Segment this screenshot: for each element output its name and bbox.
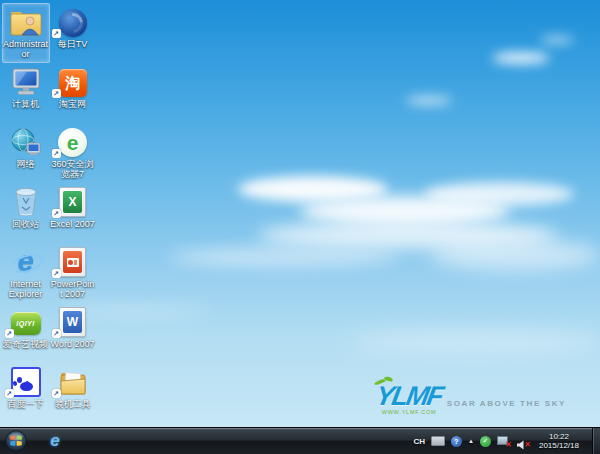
desktop-icon-meiri-tv[interactable]: ↗ 每日TV — [49, 3, 97, 63]
cloud — [492, 52, 550, 64]
keyboard-icon[interactable] — [431, 436, 445, 446]
ie-icon: e — [50, 431, 59, 451]
desktop-icon-computer[interactable]: 计算机 — [2, 63, 50, 123]
cloud — [540, 36, 574, 44]
baidu-paw-icon: ↗ — [7, 365, 45, 397]
show-desktop-button[interactable] — [592, 428, 600, 454]
shortcut-arrow-icon: ↗ — [52, 269, 61, 278]
administrator-folder-icon — [7, 5, 45, 37]
word-icon: W ↗ — [54, 305, 92, 337]
shortcut-arrow-icon: ↗ — [5, 389, 14, 398]
language-indicator[interactable]: CH — [413, 437, 425, 446]
desktop-icon-360-browser[interactable]: e ↗ 360安全浏览器7 — [49, 123, 97, 183]
taskbar-clock[interactable]: 10:22 2015/12/18 — [535, 432, 586, 450]
tools-folder-icon: ↗ — [54, 365, 92, 397]
shortcut-arrow-icon: ↗ — [5, 329, 14, 338]
cloud — [406, 96, 452, 105]
icon-label: 百度一下 — [8, 399, 44, 409]
shortcut-arrow-icon: ↗ — [52, 89, 61, 98]
taskbar-ie-button[interactable]: e — [38, 430, 72, 453]
start-button[interactable] — [3, 429, 29, 453]
meiri-tv-icon: ↗ — [54, 5, 92, 37]
icon-label: 回收站 — [12, 219, 39, 229]
desktop-icon-administrator[interactable]: Administrator — [2, 3, 50, 63]
cloud — [170, 248, 400, 266]
powerpoint-icon: ↗ — [54, 245, 92, 277]
icon-label: 淘宝网 — [59, 99, 86, 109]
desktop-icon-word-2007[interactable]: W ↗ Word 2007 — [49, 303, 97, 363]
ylmf-watermark: YLMF WWW.YLMF.COM SOAR ABOVE THE SKY — [376, 385, 566, 415]
network-status-tray-icon[interactable]: ✕ — [497, 436, 510, 447]
shortcut-arrow-icon: ↗ — [52, 149, 61, 158]
shortcut-arrow-icon: ↗ — [52, 389, 61, 398]
desktop-icon-recycle-bin[interactable]: 回收站 — [2, 183, 50, 243]
taobao-icon: 淘 ↗ — [54, 65, 92, 97]
clock-time: 10:22 — [539, 432, 579, 441]
clock-date: 2015/12/18 — [539, 441, 579, 450]
icon-label: Internet Explorer — [3, 279, 49, 299]
icon-label: PowerPoint 2007 — [50, 279, 96, 299]
system-tray: CH ? ▲ ✓ ✕ ✕ 10:22 2015/12/18 — [413, 428, 600, 454]
internet-explorer-icon: e — [7, 245, 45, 277]
desktop-icon-tools-folder[interactable]: ↗ 装机工具 — [49, 363, 97, 423]
taskbar: e CH ? ▲ ✓ ✕ ✕ 10:22 2015/12/18 — [0, 427, 600, 454]
desktop-icon-excel-2007[interactable]: X ↗ Excel 2007 — [49, 183, 97, 243]
icon-label: 爱奇艺视频 — [3, 339, 48, 349]
desktop-icon-internet-explorer[interactable]: e Internet Explorer — [2, 243, 50, 303]
cloud — [430, 240, 600, 270]
icon-label: Excel 2007 — [50, 219, 95, 229]
icon-label: 网络 — [17, 159, 35, 169]
icon-label: Administrator — [3, 39, 49, 59]
icon-label: Word 2007 — [51, 339, 95, 349]
icon-label: 每日TV — [58, 39, 88, 49]
ylmf-logo-text: YLMF — [374, 385, 443, 407]
desktop-icon-iqiyi[interactable]: iQIYI ↗ 爱奇艺视频 — [2, 303, 50, 363]
desktop-icon-grid: Administrator ↗ 每日TV 计算机 — [2, 3, 96, 423]
icon-label: 计算机 — [12, 99, 39, 109]
computer-icon — [7, 65, 45, 97]
cloud — [350, 330, 600, 354]
desktop-icon-powerpoint-2007[interactable]: ↗ PowerPoint 2007 — [49, 243, 97, 303]
volume-muted-tray-icon[interactable]: ✕ — [516, 436, 529, 447]
shortcut-arrow-icon: ↗ — [52, 329, 61, 338]
show-hidden-icons-button[interactable]: ▲ — [468, 438, 474, 444]
360-browser-icon: e ↗ — [54, 125, 92, 157]
network-icon — [7, 125, 45, 157]
desktop-icon-network[interactable]: 网络 — [2, 123, 50, 183]
excel-icon: X ↗ — [54, 185, 92, 217]
iqiyi-icon: iQIYI ↗ — [7, 305, 45, 337]
desktop-icon-taobao[interactable]: 淘 ↗ 淘宝网 — [49, 63, 97, 123]
icon-label: 装机工具 — [55, 399, 91, 409]
shortcut-arrow-icon: ↗ — [52, 209, 61, 218]
desktop: Administrator ↗ 每日TV 计算机 — [0, 0, 600, 454]
security-check-tray-icon[interactable]: ✓ — [480, 436, 491, 447]
shortcut-arrow-icon: ↗ — [52, 29, 61, 38]
icon-label: 360安全浏览器7 — [50, 159, 96, 179]
ylmf-tagline: SOAR ABOVE THE SKY — [447, 399, 566, 408]
cloud — [424, 182, 574, 206]
desktop-icon-baidu[interactable]: ↗ 百度一下 — [2, 363, 50, 423]
recycle-bin-icon — [7, 185, 45, 217]
help-tray-icon[interactable]: ? — [451, 436, 462, 447]
